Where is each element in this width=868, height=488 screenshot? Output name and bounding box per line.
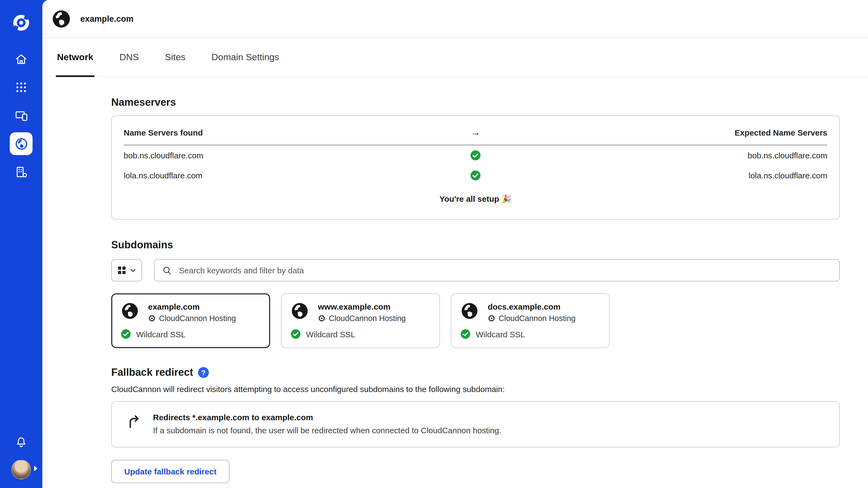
subdomain-card-docs[interactable]: docs.example.com CloudCannon Hosting xyxy=(451,293,610,348)
home-icon xyxy=(14,53,28,66)
redirect-title: Redirects *.example.com to example.com xyxy=(153,413,501,422)
sidebar-bottom xyxy=(11,436,31,479)
tab-sites[interactable]: Sites xyxy=(164,38,187,76)
globe-icon xyxy=(290,301,309,321)
help-question-icon[interactable]: ? xyxy=(198,367,209,378)
fallback-redirect-heading: Fallback redirect xyxy=(111,366,193,379)
sites-building-icon xyxy=(14,165,28,178)
cloudcannon-hosting-icon xyxy=(488,315,495,322)
subdomain-name: docs.example.com xyxy=(488,302,576,311)
table-row: lola.ns.cloudflare.com lola.ns.cloudflar… xyxy=(124,165,827,186)
page-title: example.com xyxy=(80,14,133,24)
nameservers-heading: Nameservers xyxy=(111,97,840,108)
user-menu[interactable] xyxy=(11,460,31,479)
expected-nameserver: bob.ns.cloudflare.com xyxy=(488,151,827,160)
expand-sidebar-caret-icon[interactable] xyxy=(34,466,37,471)
hosting-label: CloudCannon Hosting xyxy=(329,314,406,323)
nameservers-card: Name Servers found → Expected Name Serve… xyxy=(111,116,840,220)
grid-view-icon xyxy=(117,266,126,275)
main-panel: example.com Network DNS Sites Domain Set… xyxy=(42,0,868,488)
notifications-bell-icon xyxy=(14,436,28,449)
search-icon xyxy=(162,265,172,275)
user-avatar[interactable] xyxy=(11,460,31,479)
chevron-down-icon xyxy=(130,267,136,273)
notifications-bell-button[interactable] xyxy=(14,436,28,449)
check-circle-icon xyxy=(470,170,481,181)
search-box xyxy=(154,259,840,282)
active-nav-tile xyxy=(10,132,33,155)
subdomain-name: www.example.com xyxy=(318,302,406,311)
check-circle-icon xyxy=(470,150,481,161)
check-circle-icon xyxy=(120,329,131,339)
tab-dns[interactable]: DNS xyxy=(118,38,140,76)
sidebar xyxy=(0,0,42,488)
nameservers-table-header: Name Servers found → Expected Name Serve… xyxy=(124,125,827,145)
subdomain-card-example[interactable]: example.com CloudCannon Hosting xyxy=(111,293,270,348)
sidebar-item-sites[interactable] xyxy=(0,158,42,186)
ssl-label: Wildcard SSL xyxy=(476,329,525,338)
search-input[interactable] xyxy=(178,265,832,275)
setup-status-message: You're all setup 🎉 xyxy=(124,194,827,204)
subdomain-name: example.com xyxy=(148,302,236,311)
sidebar-item-home[interactable] xyxy=(0,45,42,73)
subdomains-heading: Subdomains xyxy=(111,239,840,251)
hosting-label: CloudCannon Hosting xyxy=(499,314,576,323)
app-window: example.com Network DNS Sites Domain Set… xyxy=(0,0,868,488)
expected-nameserver: lola.ns.cloudflare.com xyxy=(488,171,827,180)
apps-grid-icon xyxy=(14,81,28,94)
sidebar-nav xyxy=(0,45,42,186)
tab-bar: Network DNS Sites Domain Settings xyxy=(42,38,868,77)
domain-header: example.com xyxy=(42,0,868,38)
redirect-subtitle: If a subdomain is not found, the user wi… xyxy=(153,426,501,435)
tab-domain-settings[interactable]: Domain Settings xyxy=(211,38,280,76)
subdomain-cards: example.com CloudCannon Hosting xyxy=(111,293,840,348)
globe-icon xyxy=(51,8,72,29)
sidebar-item-domains[interactable] xyxy=(0,130,42,158)
col-expected-name-servers: Expected Name Servers xyxy=(488,128,827,137)
ssl-label: Wildcard SSL xyxy=(136,329,186,338)
globe-icon xyxy=(14,137,28,151)
hosting-label: CloudCannon Hosting xyxy=(159,314,236,323)
table-row: bob.ns.cloudflare.com bob.ns.cloudflare.… xyxy=(124,145,827,165)
arrow-right-icon: → xyxy=(464,127,488,138)
devices-icon xyxy=(14,109,28,122)
sidebar-item-devices[interactable] xyxy=(0,101,42,130)
content-area: Nameservers Name Servers found → Expecte… xyxy=(42,77,868,488)
found-nameserver: lola.ns.cloudflare.com xyxy=(124,171,464,180)
subdomain-card-www[interactable]: www.example.com CloudCannon Hosting xyxy=(281,293,440,348)
update-fallback-redirect-button[interactable]: Update fallback redirect xyxy=(111,460,229,483)
subdomains-controls xyxy=(111,259,840,282)
cloudcannon-logo-icon xyxy=(12,13,30,32)
cloudcannon-logo[interactable] xyxy=(12,8,30,37)
check-circle-icon xyxy=(290,329,301,339)
found-nameserver: bob.ns.cloudflare.com xyxy=(124,151,464,160)
cloudcannon-hosting-icon xyxy=(318,315,326,322)
fallback-description: CloudCannon will redirect visitors attem… xyxy=(111,384,840,394)
check-circle-icon xyxy=(460,329,471,339)
redirect-arrow-icon xyxy=(126,414,141,429)
globe-icon xyxy=(460,301,479,321)
fallback-redirect-card: Redirects *.example.com to example.com I… xyxy=(111,401,840,447)
tab-network[interactable]: Network xyxy=(56,38,94,76)
cloudcannon-hosting-icon xyxy=(148,315,156,322)
sidebar-item-apps[interactable] xyxy=(0,73,42,101)
globe-icon xyxy=(120,301,140,321)
ssl-label: Wildcard SSL xyxy=(306,329,355,338)
view-toggle-button[interactable] xyxy=(111,259,142,282)
col-name-servers-found: Name Servers found xyxy=(124,128,464,137)
